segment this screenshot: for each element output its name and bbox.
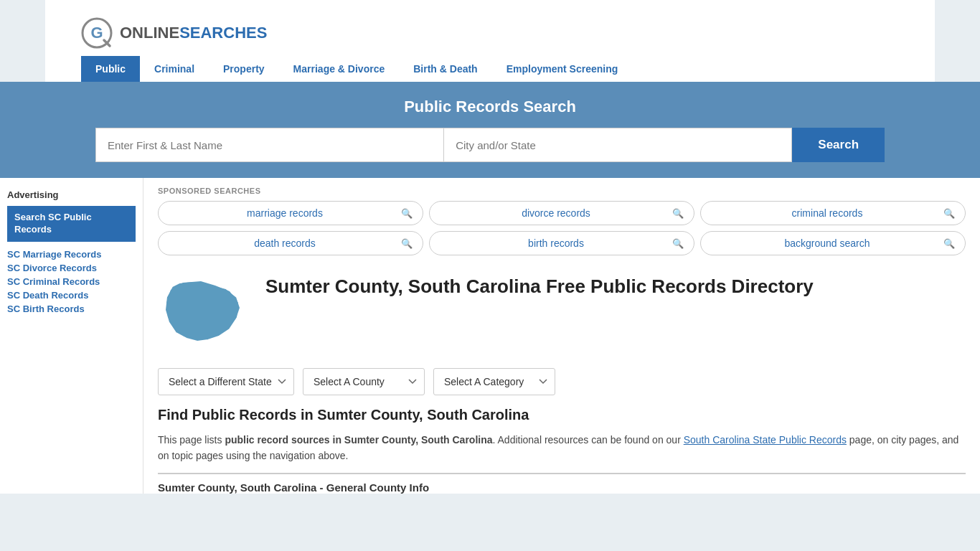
content-wrapper: Advertising Search SC Public Records SC … — [0, 178, 980, 494]
sidebar-ad-button[interactable]: Search SC Public Records — [7, 206, 136, 242]
main-nav: Public Criminal Property Marriage & Divo… — [81, 56, 899, 82]
search-icon-divorce: 🔍 — [672, 208, 684, 219]
name-input[interactable] — [95, 128, 443, 162]
sponsored-pill-divorce[interactable]: divorce records 🔍 — [429, 201, 694, 225]
state-dropdown[interactable]: Select a Different State — [158, 368, 294, 395]
search-banner: Public Records Search Search — [0, 82, 980, 178]
nav-item-marriage-divorce[interactable]: Marriage & Divorce — [279, 56, 400, 82]
logo-online: ONLINE — [120, 24, 179, 42]
sponsored-pill-criminal[interactable]: criminal records 🔍 — [700, 201, 966, 225]
search-bar: Search — [95, 128, 885, 162]
search-icon-birth: 🔍 — [672, 238, 684, 249]
sidebar-link-divorce[interactable]: SC Divorce Records — [7, 263, 136, 273]
find-records-title: Find Public Records in Sumter County, So… — [158, 407, 966, 423]
logo-icon: G — [81, 17, 113, 49]
find-text-2: . Additional resources can be found on o… — [493, 434, 684, 446]
sponsored-pill-text-divorce: divorce records — [440, 207, 672, 219]
find-text-bold: public record sources in Sumter County, … — [225, 434, 492, 446]
search-button[interactable]: Search — [792, 128, 885, 162]
sponsored-pill-text-marriage: marriage records — [169, 207, 401, 219]
find-records-text: This page lists public record sources in… — [158, 432, 966, 464]
search-icon-death: 🔍 — [401, 238, 413, 249]
sponsored-pill-background[interactable]: background search 🔍 — [700, 231, 966, 255]
sponsored-section: SPONSORED SEARCHES marriage records 🔍 di… — [143, 178, 980, 261]
logo: G ONLINE SEARCHES — [81, 17, 899, 49]
category-dropdown[interactable]: Select A Category — [433, 368, 555, 395]
city-input[interactable] — [443, 128, 792, 162]
sidebar: Advertising Search SC Public Records SC … — [0, 178, 143, 494]
svg-text:G: G — [90, 24, 103, 42]
sidebar-link-criminal[interactable]: SC Criminal Records — [7, 276, 136, 287]
page-title: Sumter County, South Carolina Free Publi… — [265, 276, 814, 298]
site-header: G ONLINE SEARCHES Public Criminal Proper… — [67, 9, 913, 82]
search-banner-title: Public Records Search — [22, 98, 958, 116]
search-icon-background: 🔍 — [943, 238, 955, 249]
nav-item-employment[interactable]: Employment Screening — [492, 56, 633, 82]
sc-state-link[interactable]: South Carolina State Public Records — [684, 434, 847, 446]
sponsored-pill-death[interactable]: death records 🔍 — [158, 231, 423, 255]
sponsored-pill-marriage[interactable]: marriage records 🔍 — [158, 201, 423, 225]
sidebar-link-death[interactable]: SC Death Records — [7, 290, 136, 301]
sponsored-pill-birth[interactable]: birth records 🔍 — [429, 231, 694, 255]
search-icon-criminal: 🔍 — [943, 208, 955, 219]
logo-searches: SEARCHES — [179, 24, 267, 42]
sponsored-label: SPONSORED SEARCHES — [158, 187, 966, 195]
nav-item-criminal[interactable]: Criminal — [140, 56, 209, 82]
page-heading-area: Sumter County, South Carolina Free Publi… — [143, 261, 980, 368]
sidebar-ad-label: Advertising — [7, 189, 136, 200]
search-icon-marriage: 🔍 — [401, 208, 413, 219]
state-map — [158, 276, 251, 357]
dropdown-row: Select a Different State Select A County… — [143, 368, 980, 407]
sc-map-svg — [158, 276, 251, 354]
nav-item-birth-death[interactable]: Birth & Death — [399, 56, 491, 82]
sponsored-pill-text-birth: birth records — [440, 237, 672, 249]
general-info-header: Sumter County, South Carolina - General … — [158, 473, 966, 494]
find-records: Find Public Records in Sumter County, So… — [143, 407, 980, 494]
sponsored-grid: marriage records 🔍 divorce records 🔍 cri… — [158, 201, 966, 255]
county-dropdown[interactable]: Select A County — [303, 368, 425, 395]
find-text-1: This page lists — [158, 434, 225, 446]
sponsored-pill-text-death: death records — [169, 237, 401, 249]
sidebar-link-birth[interactable]: SC Birth Records — [7, 303, 136, 314]
main-content: SPONSORED SEARCHES marriage records 🔍 di… — [143, 178, 980, 494]
page-heading-text: Sumter County, South Carolina Free Publi… — [265, 276, 814, 298]
sponsored-pill-text-criminal: criminal records — [711, 207, 943, 219]
nav-item-public[interactable]: Public — [81, 56, 140, 82]
logo-text: ONLINE SEARCHES — [120, 24, 267, 42]
general-info-title: Sumter County, South Carolina - General … — [158, 481, 966, 494]
sidebar-link-marriage[interactable]: SC Marriage Records — [7, 249, 136, 260]
sponsored-pill-text-background: background search — [711, 237, 943, 249]
nav-item-property[interactable]: Property — [209, 56, 279, 82]
